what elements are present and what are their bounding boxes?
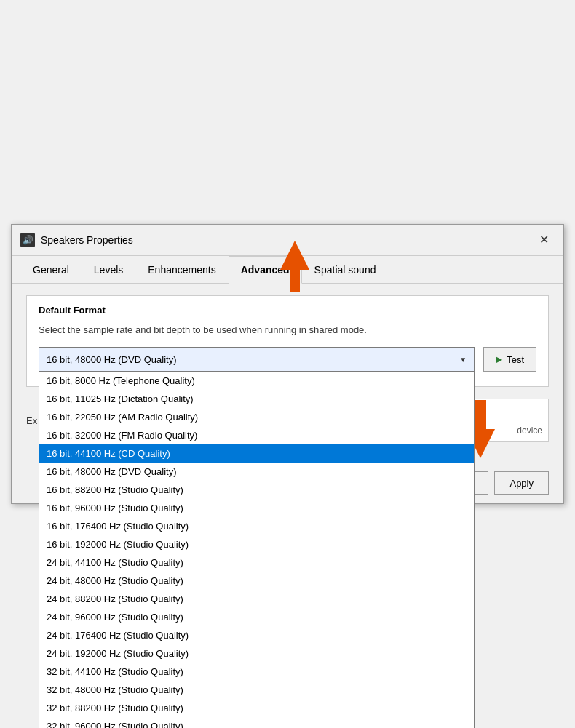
dropdown-item-14[interactable]: 24 bit, 176400 Hz (Studio Quality) <box>39 626 474 644</box>
dropdown-item-13[interactable]: 24 bit, 96000 Hz (Studio Quality) <box>39 608 474 626</box>
window-icon: 🔊 <box>20 233 35 247</box>
tab-advanced[interactable]: Advanced <box>229 256 302 284</box>
default-format-desc: Select the sample rate and bit depth to … <box>39 323 536 337</box>
play-icon: ▶ <box>496 354 502 364</box>
dropdown-item-6[interactable]: 16 bit, 88200 Hz (Studio Quality) <box>39 481 474 499</box>
test-button[interactable]: ▶ Test <box>483 347 536 372</box>
dropdown-item-15[interactable]: 24 bit, 192000 Hz (Studio Quality) <box>39 644 474 663</box>
dropdown-item-5[interactable]: 16 bit, 48000 Hz (DVD Quality) <box>39 463 474 481</box>
tab-levels[interactable]: Levels <box>82 256 135 284</box>
window-title: Speakers Properties <box>41 234 133 246</box>
speakers-properties-window: 🔊 Speakers Properties ✕ General Levels E… <box>11 224 564 505</box>
dropdown-item-3[interactable]: 16 bit, 32000 Hz (FM Radio Quality) <box>39 426 474 444</box>
default-format-section: Default Format Select the sample rate an… <box>26 295 549 388</box>
format-dropdown[interactable]: 16 bit, 48000 Hz (DVD Quality) ▼ <box>39 347 475 372</box>
dropdown-arrow-icon: ▼ <box>459 356 467 364</box>
default-format-title: Default Format <box>39 305 536 316</box>
device-text: device <box>517 425 542 436</box>
dropdown-item-0[interactable]: 16 bit, 8000 Hz (Telephone Quality) <box>39 372 474 390</box>
ex-label: Ex <box>26 415 37 426</box>
tab-general[interactable]: General <box>20 256 82 284</box>
dropdown-item-18[interactable]: 32 bit, 88200 Hz (Studio Quality) <box>39 699 474 717</box>
format-select-row: 16 bit, 48000 Hz (DVD Quality) ▼ 16 bit,… <box>39 347 536 372</box>
dropdown-item-8[interactable]: 16 bit, 176400 Hz (Studio Quality) <box>39 517 474 535</box>
dropdown-list: 16 bit, 8000 Hz (Telephone Quality) 16 b… <box>39 372 475 728</box>
tab-enhancements[interactable]: Enhancements <box>135 256 228 284</box>
dropdown-item-9[interactable]: 16 bit, 192000 Hz (Studio Quality) <box>39 535 474 553</box>
dropdown-item-7[interactable]: 16 bit, 96000 Hz (Studio Quality) <box>39 499 474 517</box>
dropdown-item-12[interactable]: 24 bit, 88200 Hz (Studio Quality) <box>39 590 474 608</box>
dropdown-item-19[interactable]: 32 bit, 96000 Hz (Studio Quality) <box>39 717 474 728</box>
title-bar: 🔊 Speakers Properties ✕ <box>12 225 563 256</box>
format-dropdown-container: 16 bit, 48000 Hz (DVD Quality) ▼ 16 bit,… <box>39 347 475 372</box>
content-area: Default Format Select the sample rate an… <box>12 284 563 463</box>
dropdown-item-2[interactable]: 16 bit, 22050 Hz (AM Radio Quality) <box>39 408 474 426</box>
close-button[interactable]: ✕ <box>533 231 555 249</box>
title-bar-left: 🔊 Speakers Properties <box>20 233 133 247</box>
dropdown-item-17[interactable]: 32 bit, 48000 Hz (Studio Quality) <box>39 681 474 699</box>
dropdown-selected-value: 16 bit, 48000 Hz (DVD Quality) <box>47 354 176 365</box>
dropdown-item-4[interactable]: 16 bit, 44100 Hz (CD Quality) <box>39 444 474 463</box>
dropdown-item-11[interactable]: 24 bit, 48000 Hz (Studio Quality) <box>39 572 474 590</box>
dropdown-item-16[interactable]: 32 bit, 44100 Hz (Studio Quality) <box>39 663 474 681</box>
dropdown-item-1[interactable]: 16 bit, 11025 Hz (Dictation Quality) <box>39 390 474 408</box>
dropdown-item-10[interactable]: 24 bit, 44100 Hz (Studio Quality) <box>39 553 474 572</box>
tab-spatial-sound[interactable]: Spatial sound <box>302 256 389 284</box>
apply-button[interactable]: Apply <box>494 471 549 495</box>
test-label: Test <box>507 354 524 365</box>
tab-bar: General Levels Enhancements Advanced Spa… <box>12 256 563 284</box>
